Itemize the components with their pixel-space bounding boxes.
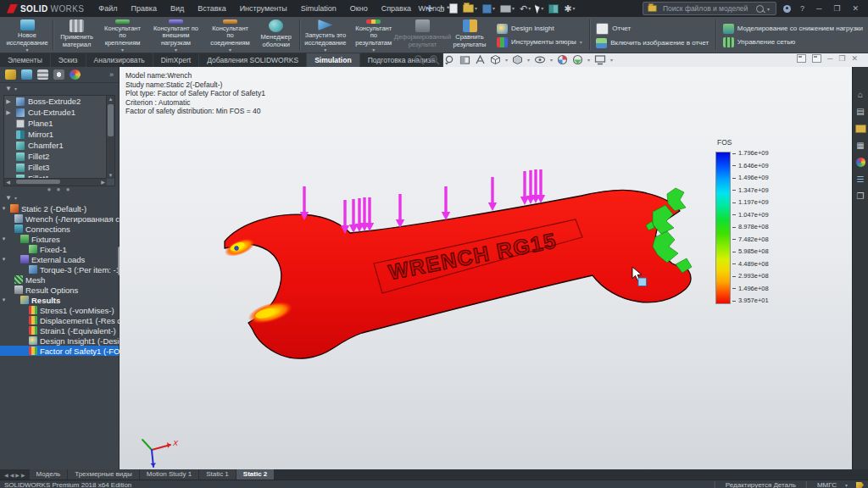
dimxpert-manager-tab-icon[interactable] xyxy=(53,69,64,80)
menu-insert[interactable]: Вставка xyxy=(192,0,231,17)
doc-pane-icon[interactable] xyxy=(797,54,806,63)
apply-material-button[interactable]: Применить материал xyxy=(55,17,99,53)
print-icon[interactable]: ▾ xyxy=(500,0,515,17)
hide-show-caret-icon[interactable]: ▾ xyxy=(550,57,553,63)
undo-icon[interactable]: ↶▾ xyxy=(520,0,531,17)
plot-tools-caret-icon[interactable]: ▾ xyxy=(580,39,582,45)
filter-funnel-icon[interactable]: ▼ xyxy=(5,85,12,92)
tab-sketch[interactable]: Эскиз xyxy=(51,53,86,67)
doc-minimize-icon[interactable]: ─ xyxy=(827,54,832,63)
tab-addins[interactable]: Добавления SOLIDWORKS xyxy=(199,53,307,67)
save-icon[interactable]: ▾ xyxy=(482,0,495,17)
plot-tools-button[interactable]: Инструменты эпюры ▾ xyxy=(497,36,582,47)
tab-model[interactable]: Модель xyxy=(30,469,69,480)
last-tab-icon[interactable]: ▶ xyxy=(21,472,25,478)
tab-static-1[interactable]: Static 1 xyxy=(199,469,236,480)
zoom-area-icon[interactable] xyxy=(429,54,440,65)
doc-pane2-icon[interactable] xyxy=(812,54,821,63)
graphics-viewport[interactable]: Model name:Wrench Study name:Static 2(-D… xyxy=(120,67,852,469)
feature-manager-tab-icon[interactable] xyxy=(5,69,16,80)
display-style-caret-icon[interactable]: ▾ xyxy=(527,57,530,63)
scroll-thumb[interactable] xyxy=(108,104,114,136)
tree-item-boss-extrude[interactable]: ▶ Boss-Extrude2 xyxy=(4,96,114,107)
search-box[interactable]: ▾ xyxy=(643,2,776,15)
pane-icon[interactable]: ❐ xyxy=(855,191,866,202)
study-item-root[interactable]: ▾ Static 2 (-Default-) xyxy=(0,203,119,214)
collapse-icon[interactable]: ▾ xyxy=(0,236,8,242)
configuration-manager-tab-icon[interactable] xyxy=(37,69,48,80)
tree-item-chamfer[interactable]: Chamfer1 xyxy=(4,140,114,151)
units-caret-icon[interactable]: ▾ xyxy=(845,482,848,488)
filter-caret-icon[interactable]: ▾ xyxy=(14,86,17,92)
design-insight-button[interactable]: Design Insight xyxy=(497,23,582,34)
panel-expand-icon[interactable]: » xyxy=(109,70,114,79)
study-item-mesh[interactable]: Mesh xyxy=(0,274,119,285)
close-button[interactable]: ✕ xyxy=(849,4,861,13)
design-library-icon[interactable]: ▤ xyxy=(855,106,866,117)
scroll-right-icon[interactable]: ▶ xyxy=(99,179,107,186)
wrench-body[interactable] xyxy=(225,190,691,358)
units-selector[interactable]: ММГС xyxy=(817,481,837,488)
study-item-strain[interactable]: Strain1 (-Equivalent-) xyxy=(0,325,119,336)
rebuild-icon[interactable] xyxy=(548,4,559,14)
study-item-design-insight[interactable]: Design Insight1 (-Design Insight-) xyxy=(0,336,119,346)
study-item-stress[interactable]: Stress1 (-vonMises-) xyxy=(0,305,119,315)
tab-motion-study[interactable]: Motion Study 1 xyxy=(140,469,199,480)
tab-3d-views[interactable]: Трехмерные виды xyxy=(68,469,140,480)
pin-menu-icon[interactable]: ✚ xyxy=(426,0,433,17)
new-document-icon[interactable] xyxy=(449,3,458,14)
minimize-button[interactable]: ─ xyxy=(814,4,824,13)
restore-button[interactable]: ❐ xyxy=(831,4,843,13)
zoom-fit-icon[interactable] xyxy=(414,54,425,65)
view-orientation-caret-icon[interactable]: ▾ xyxy=(505,57,508,63)
fixtures-advisor-button[interactable]: Консультант по креплениям xyxy=(99,17,147,53)
search-input[interactable] xyxy=(661,3,753,14)
user-account-icon[interactable] xyxy=(783,5,791,13)
scroll-up-icon[interactable]: ▲ xyxy=(107,96,114,103)
filter-caret-icon[interactable]: ▾ xyxy=(14,195,17,201)
tab-static-2[interactable]: Static 2 xyxy=(236,469,275,480)
study-item-displacement[interactable]: Displacement1 (-Res disp-) xyxy=(0,315,119,325)
custom-properties-icon[interactable]: ☰ xyxy=(855,174,866,185)
study-item-part[interactable]: Wrench (-Легированная сталь-) xyxy=(0,214,119,224)
panel-splitter[interactable]: ● ● ● xyxy=(0,186,119,192)
view-orientation-icon[interactable] xyxy=(490,54,501,65)
dynamic-annotation-icon[interactable] xyxy=(475,54,486,65)
menu-window[interactable]: Окно xyxy=(344,0,374,17)
menu-view[interactable]: Вид xyxy=(164,0,190,17)
options-gear-icon[interactable]: ✱▾ xyxy=(564,0,575,17)
results-advisor-button[interactable]: Консультант по результатам xyxy=(350,17,398,53)
study-item-connections[interactable]: Connections xyxy=(0,224,119,234)
apply-scene-icon[interactable] xyxy=(572,54,583,65)
view-settings-caret-icon[interactable]: ▾ xyxy=(610,57,613,63)
appearances-icon[interactable] xyxy=(855,157,866,168)
expand-icon[interactable]: ▶ xyxy=(4,109,13,116)
offloaded-simulation-button[interactable]: Моделирование со снижением нагрузки xyxy=(723,23,863,34)
menu-file[interactable]: Файл xyxy=(92,0,123,17)
connections-advisor-button[interactable]: Консультант по соединениям xyxy=(205,17,254,53)
property-manager-tab-icon[interactable] xyxy=(21,69,32,80)
study-item-results[interactable]: ▾ Results xyxy=(0,295,119,305)
scroll-left-icon[interactable]: ◀ xyxy=(4,179,12,186)
tab-features[interactable]: Элементы xyxy=(0,53,51,67)
collapse-icon[interactable]: ▾ xyxy=(0,256,8,263)
new-study-button[interactable]: Новое исследование xyxy=(3,17,51,53)
resources-home-icon[interactable]: ⌂ xyxy=(855,89,866,100)
menu-simulation[interactable]: Simulation xyxy=(295,0,342,17)
hide-show-items-icon[interactable] xyxy=(534,54,546,65)
study-item-result-options[interactable]: Result Options xyxy=(0,285,119,295)
compare-results-button[interactable]: Сравнить результаты xyxy=(448,17,492,53)
edit-appearance-icon[interactable] xyxy=(557,54,568,65)
home-icon[interactable]: ⌂ xyxy=(438,0,444,17)
include-image-button[interactable]: Включить изображение в отчет xyxy=(596,37,709,48)
scroll-thumb[interactable] xyxy=(16,180,60,184)
external-loads-advisor-button[interactable]: Консультант по внешним нагрузкам xyxy=(147,17,206,53)
run-study-button[interactable]: Запустить это исследование xyxy=(301,17,349,53)
tree-item-plane[interactable]: Plane1 xyxy=(4,118,114,129)
collapse-icon[interactable]: ▾ xyxy=(0,205,8,212)
expand-icon[interactable]: ▶ xyxy=(4,98,13,105)
doc-close-icon[interactable]: ✕ xyxy=(851,54,858,63)
section-view-icon[interactable] xyxy=(459,54,470,65)
tab-evaluate[interactable]: Анализировать xyxy=(86,53,153,67)
menu-tools[interactable]: Инструменты xyxy=(234,0,293,17)
